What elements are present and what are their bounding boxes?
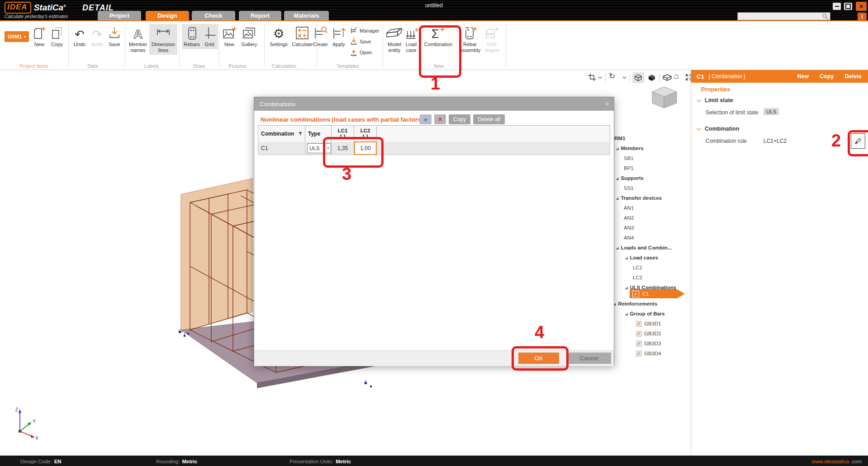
tree-item-gb3d3[interactable]: ✓GB3D3 bbox=[636, 339, 661, 348]
cell-lc1-factor[interactable]: 1,35 bbox=[332, 142, 354, 155]
checkbox-checked-icon[interactable]: ✓ bbox=[636, 331, 642, 337]
filter-icon[interactable] bbox=[298, 132, 303, 136]
cell-combination-name[interactable]: C1 bbox=[258, 142, 305, 155]
undo-button[interactable]: ↶ Undo bbox=[71, 25, 88, 47]
wireframe-view-button[interactable] bbox=[632, 72, 644, 83]
rebar-assembly-button[interactable]: Rebar assembly bbox=[458, 25, 482, 53]
cell-lc2-factor[interactable]: 1,00 bbox=[354, 141, 377, 155]
crop-view-button[interactable] bbox=[588, 73, 597, 82]
rotate-view-button[interactable]: ↻ bbox=[609, 72, 615, 80]
tree-item-group-of-bars[interactable]: ◢Group of Bars bbox=[625, 309, 665, 318]
tree-item-gb3d4[interactable]: ✓GB3D4 bbox=[636, 349, 661, 358]
column-header-lc1[interactable]: LC1[-] bbox=[332, 126, 354, 142]
settings-button[interactable]: ⚙ Settings bbox=[269, 25, 289, 47]
tree-item-transfer-devices[interactable]: ◢Transfer devices bbox=[616, 193, 662, 202]
tree-item-supports[interactable]: ◢Supports bbox=[616, 174, 644, 183]
tree-item-gb3d2[interactable]: ✓GB3D2 bbox=[636, 329, 661, 338]
crop-dropdown[interactable] bbox=[598, 76, 602, 79]
close-button[interactable]: × bbox=[856, 2, 867, 11]
checkbox-checked-icon[interactable]: ✓ bbox=[636, 321, 642, 327]
tree-item-an1[interactable]: AN1 bbox=[624, 203, 634, 212]
column-header-type[interactable]: Type bbox=[305, 126, 332, 142]
tab-design[interactable]: Design bbox=[146, 11, 189, 20]
tree-item-an3[interactable]: AN3 bbox=[624, 223, 634, 232]
tree-label: Reinforcements bbox=[618, 301, 657, 306]
home-view-button[interactable]: ⌂ bbox=[674, 72, 679, 80]
copy-combination-button[interactable]: Copy bbox=[449, 114, 470, 124]
type-select[interactable]: ULS ▾ bbox=[307, 143, 331, 153]
apply-template-button[interactable]: Apply bbox=[330, 25, 347, 47]
tree-item-lc1[interactable]: LC1 bbox=[633, 263, 642, 272]
template-save-button[interactable]: Save bbox=[350, 38, 371, 45]
checkbox-checked-icon[interactable]: ✓ bbox=[636, 341, 642, 347]
edit-combination-rule-button[interactable] bbox=[851, 133, 865, 149]
tree-item-reinforcements[interactable]: ◢Reinforcements bbox=[613, 299, 657, 308]
limit-state-section[interactable]: Limit state bbox=[705, 97, 733, 104]
model-entity-button[interactable]: Model entity bbox=[384, 25, 404, 53]
ok-button[interactable]: OK bbox=[518, 353, 559, 364]
tree-item-gb3d1[interactable]: ✓GB3D1 bbox=[636, 319, 661, 328]
rotate-dropdown[interactable] bbox=[622, 76, 626, 79]
tab-materials[interactable]: Materials bbox=[284, 11, 329, 20]
save-button[interactable]: Save bbox=[107, 25, 122, 47]
chevron-down-icon[interactable] bbox=[697, 99, 701, 103]
template-manager-button[interactable]: Manager bbox=[350, 27, 379, 34]
delete-combination-button[interactable]: × bbox=[434, 114, 446, 124]
new-project-item-button[interactable]: New bbox=[31, 25, 48, 47]
tab-check[interactable]: Check bbox=[192, 11, 235, 20]
grid-button[interactable]: Grid bbox=[201, 24, 218, 49]
copy-project-item-button[interactable]: Copy bbox=[48, 25, 66, 47]
tree-item-bp1[interactable]: BP1 bbox=[624, 164, 634, 173]
limit-state-value[interactable]: ULS bbox=[764, 108, 779, 115]
minimize-button[interactable] bbox=[833, 3, 841, 10]
add-combination-button[interactable]: + bbox=[420, 114, 432, 124]
solid-view-button[interactable] bbox=[646, 72, 658, 83]
tab-label: Check bbox=[204, 12, 222, 19]
dialog-close-button[interactable]: × bbox=[605, 100, 609, 108]
cell-type[interactable]: ULS ▾ bbox=[305, 142, 332, 155]
tree-item-sb1[interactable]: SB1 bbox=[624, 154, 634, 163]
delete-all-button[interactable]: Delete all bbox=[473, 114, 505, 124]
chevron-down-icon[interactable] bbox=[697, 128, 701, 131]
tree-item-an4[interactable]: AN4 bbox=[624, 233, 634, 242]
tree-item-lc2[interactable]: LC2 bbox=[633, 273, 642, 282]
website-link[interactable]: www.ideastatica .com bbox=[812, 459, 862, 464]
clipping-box-button[interactable] bbox=[662, 74, 672, 81]
load-case-button[interactable]: Load case bbox=[403, 25, 419, 53]
checkbox-checked-icon[interactable]: ✓ bbox=[632, 291, 639, 297]
properties-delete-button[interactable]: Delete bbox=[844, 73, 862, 80]
rebars-button[interactable]: Rebars bbox=[182, 24, 202, 49]
navigation-cube[interactable] bbox=[647, 83, 681, 111]
template-open-button[interactable]: Open bbox=[350, 49, 372, 56]
info-button[interactable]: i bbox=[858, 13, 867, 20]
gallery-button[interactable]: Gallery bbox=[239, 25, 260, 47]
combination-section[interactable]: Combination bbox=[705, 126, 739, 132]
tree-item-c1-selected[interactable]: ✓ C1 bbox=[630, 289, 685, 298]
column-header-lc2[interactable]: LC2[-] bbox=[354, 126, 377, 142]
button-label: Load case bbox=[403, 42, 419, 53]
member-names-button[interactable]: A Member names bbox=[128, 25, 148, 53]
tab-project[interactable]: Project bbox=[98, 11, 141, 20]
combination-rule-value[interactable]: LC1+LC2 bbox=[764, 138, 787, 144]
new-picture-button[interactable]: New bbox=[222, 25, 237, 47]
properties-copy-button[interactable]: Copy bbox=[820, 73, 834, 80]
checkbox-checked-icon[interactable]: ✓ bbox=[636, 351, 642, 357]
tree-item-loads-and-combinations[interactable]: ◢Loads and Combin... bbox=[616, 243, 672, 252]
column-header-combination[interactable]: Combination bbox=[258, 126, 305, 142]
maximize-button[interactable] bbox=[844, 3, 852, 10]
tree-item-ss1[interactable]: SS1 bbox=[624, 184, 634, 193]
properties-new-button[interactable]: New bbox=[797, 73, 809, 80]
tree-item-load-cases[interactable]: ◢Load cases bbox=[625, 253, 658, 262]
drm1-dropdown[interactable]: DRM1▾ bbox=[5, 31, 29, 42]
tree-item-an2[interactable]: AN2 bbox=[624, 213, 634, 222]
tree-item-members[interactable]: ◢Members bbox=[616, 144, 644, 153]
dialog-title-bar[interactable]: Combinations bbox=[254, 97, 614, 111]
search-input[interactable] bbox=[737, 12, 830, 20]
tab-report[interactable]: Report bbox=[239, 11, 281, 20]
combination-button[interactable]: Σ Combination bbox=[423, 25, 453, 47]
combination-row[interactable]: C1 ULS ▾ 1,35 1,00 bbox=[258, 142, 610, 155]
dimension-lines-button[interactable]: Dimension lines bbox=[149, 24, 177, 55]
cancel-button[interactable]: Cancel bbox=[567, 353, 611, 364]
create-template-button[interactable]: Create bbox=[311, 25, 329, 47]
calculate-button[interactable]: Calculate bbox=[290, 25, 314, 47]
